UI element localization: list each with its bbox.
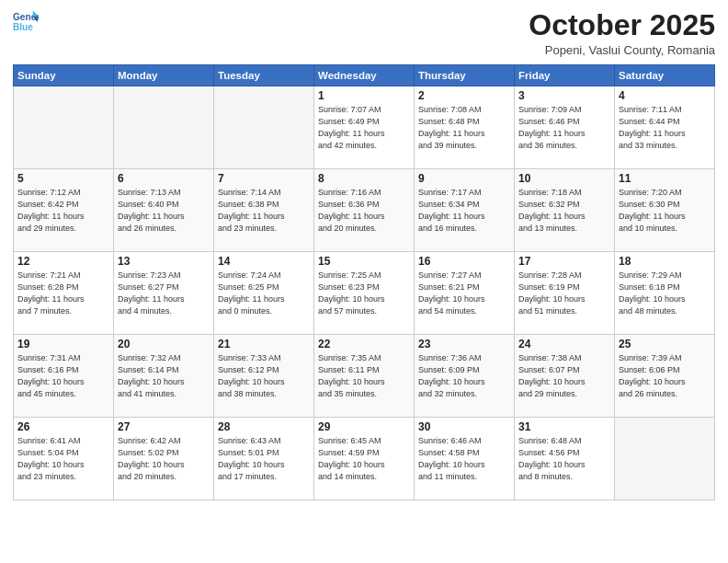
day-info: Sunrise: 7:21 AM Sunset: 6:28 PM Dayligh… <box>17 270 109 317</box>
day-cell: 13Sunrise: 7:23 AM Sunset: 6:27 PM Dayli… <box>114 252 214 335</box>
week-row-1: 1Sunrise: 7:07 AM Sunset: 6:49 PM Daylig… <box>14 86 715 169</box>
day-info: Sunrise: 6:45 AM Sunset: 4:59 PM Dayligh… <box>318 435 410 483</box>
day-number: 16 <box>418 255 510 268</box>
page: General Blue October 2025 Popeni, Vaslui… <box>0 0 728 563</box>
day-cell: 3Sunrise: 7:09 AM Sunset: 6:46 PM Daylig… <box>515 86 615 169</box>
day-number: 22 <box>318 338 410 350</box>
day-cell: 27Sunrise: 6:42 AM Sunset: 5:02 PM Dayli… <box>114 418 214 500</box>
day-cell: 19Sunrise: 7:31 AM Sunset: 6:16 PM Dayli… <box>14 335 114 418</box>
day-number: 2 <box>418 89 510 102</box>
day-cell: 16Sunrise: 7:27 AM Sunset: 6:21 PM Dayli… <box>415 252 515 335</box>
day-info: Sunrise: 7:07 AM Sunset: 6:49 PM Dayligh… <box>318 104 410 152</box>
day-number: 28 <box>218 420 310 433</box>
location-subtitle: Popeni, Vaslui County, Romania <box>529 43 715 57</box>
week-row-3: 12Sunrise: 7:21 AM Sunset: 6:28 PM Dayli… <box>14 252 715 335</box>
day-cell: 31Sunrise: 6:48 AM Sunset: 4:56 PM Dayli… <box>515 418 615 500</box>
day-info: Sunrise: 7:14 AM Sunset: 6:38 PM Dayligh… <box>218 187 310 235</box>
day-number: 5 <box>17 172 109 185</box>
day-info: Sunrise: 7:39 AM Sunset: 6:06 PM Dayligh… <box>619 352 711 400</box>
day-number: 26 <box>17 420 109 433</box>
week-row-4: 19Sunrise: 7:31 AM Sunset: 6:16 PM Dayli… <box>14 335 715 418</box>
day-info: Sunrise: 7:18 AM Sunset: 6:32 PM Dayligh… <box>518 187 610 235</box>
day-info: Sunrise: 7:38 AM Sunset: 6:07 PM Dayligh… <box>518 352 610 400</box>
day-info: Sunrise: 7:36 AM Sunset: 6:09 PM Dayligh… <box>418 352 510 400</box>
day-number: 4 <box>619 89 711 102</box>
svg-text:Blue: Blue <box>13 22 33 32</box>
day-cell: 23Sunrise: 7:36 AM Sunset: 6:09 PM Dayli… <box>415 335 515 418</box>
day-info: Sunrise: 7:29 AM Sunset: 6:18 PM Dayligh… <box>619 270 711 317</box>
day-info: Sunrise: 7:23 AM Sunset: 6:27 PM Dayligh… <box>118 270 210 317</box>
col-header-saturday: Saturday <box>615 65 715 86</box>
day-info: Sunrise: 7:24 AM Sunset: 6:25 PM Dayligh… <box>218 270 310 317</box>
day-cell <box>14 86 114 169</box>
day-cell: 10Sunrise: 7:18 AM Sunset: 6:32 PM Dayli… <box>515 169 615 252</box>
day-number: 25 <box>619 338 711 350</box>
month-title: October 2025 <box>529 9 715 41</box>
week-row-5: 26Sunrise: 6:41 AM Sunset: 5:04 PM Dayli… <box>14 418 715 500</box>
day-info: Sunrise: 7:20 AM Sunset: 6:30 PM Dayligh… <box>619 187 711 235</box>
calendar-header-row: SundayMondayTuesdayWednesdayThursdayFrid… <box>14 65 715 86</box>
day-number: 29 <box>318 420 410 433</box>
day-number: 8 <box>318 172 410 185</box>
day-cell: 15Sunrise: 7:25 AM Sunset: 6:23 PM Dayli… <box>314 252 415 335</box>
day-cell: 12Sunrise: 7:21 AM Sunset: 6:28 PM Dayli… <box>14 252 114 335</box>
day-cell: 22Sunrise: 7:35 AM Sunset: 6:11 PM Dayli… <box>314 335 415 418</box>
day-number: 7 <box>218 172 310 185</box>
col-header-sunday: Sunday <box>14 65 114 86</box>
day-info: Sunrise: 7:28 AM Sunset: 6:19 PM Dayligh… <box>518 270 610 317</box>
day-number: 12 <box>17 255 109 268</box>
logo-icon: General Blue <box>13 9 39 35</box>
day-info: Sunrise: 7:33 AM Sunset: 6:12 PM Dayligh… <box>218 352 310 400</box>
day-info: Sunrise: 6:41 AM Sunset: 5:04 PM Dayligh… <box>17 435 109 483</box>
day-cell: 29Sunrise: 6:45 AM Sunset: 4:59 PM Dayli… <box>314 418 415 500</box>
day-number: 20 <box>118 338 210 350</box>
day-number: 13 <box>118 255 210 268</box>
day-cell: 14Sunrise: 7:24 AM Sunset: 6:25 PM Dayli… <box>214 252 314 335</box>
day-cell: 20Sunrise: 7:32 AM Sunset: 6:14 PM Dayli… <box>114 335 214 418</box>
day-number: 17 <box>518 255 610 268</box>
day-cell: 21Sunrise: 7:33 AM Sunset: 6:12 PM Dayli… <box>214 335 314 418</box>
day-number: 14 <box>218 255 310 268</box>
day-number: 24 <box>518 338 610 350</box>
col-header-tuesday: Tuesday <box>214 65 314 86</box>
day-cell: 28Sunrise: 6:43 AM Sunset: 5:01 PM Dayli… <box>214 418 314 500</box>
day-cell: 8Sunrise: 7:16 AM Sunset: 6:36 PM Daylig… <box>314 169 415 252</box>
day-info: Sunrise: 7:11 AM Sunset: 6:44 PM Dayligh… <box>619 104 711 152</box>
day-cell: 7Sunrise: 7:14 AM Sunset: 6:38 PM Daylig… <box>214 169 314 252</box>
day-number: 27 <box>118 420 210 433</box>
day-cell <box>214 86 314 169</box>
day-number: 19 <box>17 338 109 350</box>
day-cell: 11Sunrise: 7:20 AM Sunset: 6:30 PM Dayli… <box>615 169 715 252</box>
day-number: 31 <box>518 420 610 433</box>
day-info: Sunrise: 7:09 AM Sunset: 6:46 PM Dayligh… <box>518 104 610 152</box>
day-number: 11 <box>619 172 711 185</box>
day-number: 10 <box>518 172 610 185</box>
day-cell <box>114 86 214 169</box>
day-cell: 1Sunrise: 7:07 AM Sunset: 6:49 PM Daylig… <box>314 86 415 169</box>
day-cell: 5Sunrise: 7:12 AM Sunset: 6:42 PM Daylig… <box>14 169 114 252</box>
calendar-table: SundayMondayTuesdayWednesdayThursdayFrid… <box>13 64 715 500</box>
day-cell: 6Sunrise: 7:13 AM Sunset: 6:40 PM Daylig… <box>114 169 214 252</box>
day-number: 30 <box>418 420 510 433</box>
day-number: 18 <box>619 255 711 268</box>
day-cell: 24Sunrise: 7:38 AM Sunset: 6:07 PM Dayli… <box>515 335 615 418</box>
day-cell: 4Sunrise: 7:11 AM Sunset: 6:44 PM Daylig… <box>615 86 715 169</box>
day-info: Sunrise: 7:27 AM Sunset: 6:21 PM Dayligh… <box>418 270 510 317</box>
title-block: October 2025 Popeni, Vaslui County, Roma… <box>529 9 715 57</box>
day-cell: 26Sunrise: 6:41 AM Sunset: 5:04 PM Dayli… <box>14 418 114 500</box>
day-info: Sunrise: 6:43 AM Sunset: 5:01 PM Dayligh… <box>218 435 310 483</box>
day-cell: 18Sunrise: 7:29 AM Sunset: 6:18 PM Dayli… <box>615 252 715 335</box>
day-info: Sunrise: 7:17 AM Sunset: 6:34 PM Dayligh… <box>418 187 510 235</box>
day-info: Sunrise: 6:42 AM Sunset: 5:02 PM Dayligh… <box>118 435 210 483</box>
day-number: 6 <box>118 172 210 185</box>
day-number: 3 <box>518 89 610 102</box>
col-header-monday: Monday <box>114 65 214 86</box>
day-cell: 17Sunrise: 7:28 AM Sunset: 6:19 PM Dayli… <box>515 252 615 335</box>
header: General Blue October 2025 Popeni, Vaslui… <box>13 9 715 57</box>
day-number: 23 <box>418 338 510 350</box>
day-number: 9 <box>418 172 510 185</box>
day-cell: 30Sunrise: 6:46 AM Sunset: 4:58 PM Dayli… <box>415 418 515 500</box>
day-cell: 25Sunrise: 7:39 AM Sunset: 6:06 PM Dayli… <box>615 335 715 418</box>
day-number: 15 <box>318 255 410 268</box>
day-info: Sunrise: 7:25 AM Sunset: 6:23 PM Dayligh… <box>318 270 410 317</box>
